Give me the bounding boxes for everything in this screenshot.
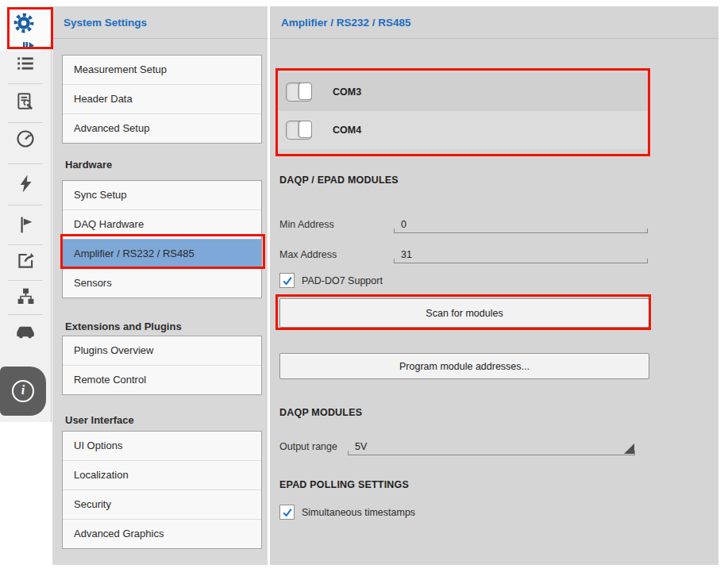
daqp-epad-modules-heading: DAQP / EPAD MODULES [279,175,399,186]
epad-polling-settings-heading: EPAD POLLING SETTINGS [279,479,409,490]
export-share-icon [15,250,36,274]
menu-item-remote-control[interactable]: Remote Control [63,365,261,394]
sitemap-icon [16,286,36,309]
sidebar-tab-info[interactable]: i [0,367,46,416]
sidebar-tab-export[interactable] [10,246,41,278]
toggle-knob [299,83,312,100]
sidebar-tab-measure[interactable] [10,125,41,156]
system-settings-panel: System Settings Measurement Setup Header… [52,6,268,565]
flag-icon [16,215,36,238]
sidebar-divider [8,280,43,281]
pad-do7-checkbox[interactable] [279,273,295,288]
max-address-value: 31 [401,249,412,260]
car-icon [14,321,37,346]
output-range-row: Output range 5V [279,433,635,455]
sidebar-tab-settings[interactable] [0,6,51,51]
sidebar-tab-vehicle[interactable] [10,317,41,349]
com-port-row: COM3 [276,73,649,111]
sidebar-divider [8,314,43,315]
info-icon: i [12,380,34,402]
menu-item-amplifier-rs232-rs485[interactable]: Amplifier / RS232 / RS485 [63,239,261,268]
program-module-addresses-button[interactable]: Program module addresses... [279,353,649,379]
sidebar-tab-setup-file[interactable] [10,87,41,119]
menu-item-sync-setup[interactable]: Sync Setup [63,181,261,209]
amplifier-settings-panel: Amplifier / RS232 / RS485 COM3 COM4 DAQP… [270,6,718,565]
lightning-icon [16,174,36,197]
menu-group-label-user-interface: User Interface [65,414,134,426]
min-address-label: Min Address [279,219,394,233]
menu-item-security[interactable]: Security [63,489,261,519]
min-address-row: Min Address 0 [279,211,648,233]
checkmark-icon [282,507,293,518]
sidebar-divider [8,205,43,205]
setup-file-wrench-icon [15,91,36,115]
com-port-row: COM4 [276,111,649,149]
output-range-label: Output range [279,441,348,455]
max-address-input[interactable]: 31 [394,244,648,263]
com3-toggle[interactable] [286,83,312,102]
menu-item-header-data[interactable]: Header Data [63,84,261,113]
menu-panel-title: System Settings [52,6,268,39]
menu-item-localization[interactable]: Localization [63,460,261,489]
sidebar-tab-channel-list[interactable] [10,49,41,81]
menu-item-advanced-graphics[interactable]: Advanced Graphics [63,519,261,548]
main-panel-title: Amplifier / RS232 / RS485 [270,6,718,39]
sidebar-divider [8,244,43,245]
menu-item-advanced-setup[interactable]: Advanced Setup [63,113,261,143]
menu-group-label-hardware: Hardware [65,159,112,171]
max-address-label: Max Address [279,249,394,263]
checkmark-icon [282,275,293,286]
menu-group-extensions: Plugins Overview Remote Control [62,336,262,395]
simultaneous-timestamps-row: Simultaneous timestamps [279,505,415,520]
scan-for-modules-button[interactable]: Scan for modules [279,298,649,328]
menu-group-user-interface: UI Options Localization Security Advance… [62,431,262,549]
speedometer-icon [15,129,36,152]
sidebar-tab-network[interactable] [10,282,41,313]
sidebar-tab-trigger[interactable] [10,169,41,201]
pad-do7-label: PAD-DO7 Support [302,275,383,286]
dropdown-arrow-icon [624,443,634,454]
settings-gear-icon [12,11,36,38]
sidebar-divider [8,122,43,123]
min-address-input[interactable]: 0 [394,214,648,233]
com-port-label: COM3 [333,86,361,98]
simultaneous-timestamps-label: Simultaneous timestamps [302,507,415,518]
menu-item-daq-hardware[interactable]: DAQ Hardware [63,209,261,239]
pad-do7-row: PAD-DO7 Support [279,273,383,288]
menu-item-ui-options[interactable]: UI Options [63,432,261,460]
menu-item-measurement-setup[interactable]: Measurement Setup [63,56,261,84]
menu-item-sensors[interactable]: Sensors [63,268,261,298]
min-address-value: 0 [401,219,406,230]
toggle-knob [299,121,312,138]
max-address-row: Max Address 31 [279,241,648,263]
sidebar-divider [8,83,43,84]
sidebar-divider [8,163,43,164]
menu-group-label-extensions: Extensions and Plugins [65,321,182,332]
output-range-dropdown[interactable]: 5V [348,436,635,455]
daqp-modules-heading: DAQP MODULES [279,407,362,418]
menu-item-plugins-overview[interactable]: Plugins Overview [63,336,261,365]
menu-group-general: Measurement Setup Header Data Advanced S… [62,55,262,144]
simultaneous-timestamps-checkbox[interactable] [279,505,295,520]
output-range-value: 5V [355,441,367,452]
channel-list-icon [15,53,36,77]
com4-toggle[interactable] [286,121,312,140]
icon-sidebar: i [0,6,52,422]
menu-group-hardware: Sync Setup DAQ Hardware Amplifier / RS23… [62,180,262,298]
sidebar-tab-flag[interactable] [10,210,41,242]
com-port-label: COM4 [333,125,361,136]
